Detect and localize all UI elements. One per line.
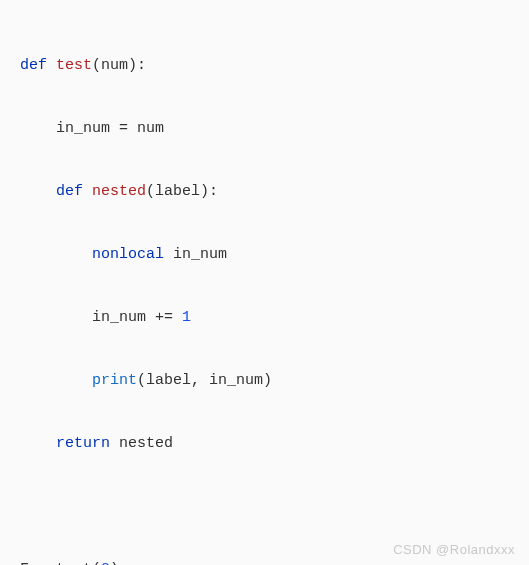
code-line: print(label, in_num): [20, 365, 509, 397]
code-text: (label):: [146, 183, 218, 200]
keyword-return: return: [56, 435, 110, 452]
code-text: (label, in_num): [137, 372, 272, 389]
code-text: in_num: [164, 246, 227, 263]
number-literal: 0: [101, 561, 110, 566]
code-line: nonlocal in_num: [20, 239, 509, 271]
code-line: in_num += 1: [20, 302, 509, 334]
keyword-def: def: [56, 183, 83, 200]
code-line: def nested(label):: [20, 176, 509, 208]
blank-line: [20, 491, 509, 523]
code-block: def test(num): in_num = num def nested(l…: [20, 18, 509, 565]
code-line: def test(num):: [20, 50, 509, 82]
indent: [20, 183, 56, 200]
code-text: nested: [110, 435, 173, 452]
indent: [20, 246, 92, 263]
keyword-def: def: [20, 57, 47, 74]
code-line: F = test(0): [20, 554, 509, 566]
code-text: in_num +=: [20, 309, 182, 326]
indent: [20, 372, 92, 389]
keyword-nonlocal: nonlocal: [92, 246, 164, 263]
code-text: F = test(: [20, 561, 101, 566]
code-text: (num):: [92, 57, 146, 74]
code-text: ): [110, 561, 119, 566]
function-name: nested: [92, 183, 146, 200]
builtin-call: print: [92, 372, 137, 389]
indent: [20, 435, 56, 452]
code-line: return nested: [20, 428, 509, 460]
code-line: in_num = num: [20, 113, 509, 145]
number-literal: 1: [182, 309, 191, 326]
function-name: test: [56, 57, 92, 74]
